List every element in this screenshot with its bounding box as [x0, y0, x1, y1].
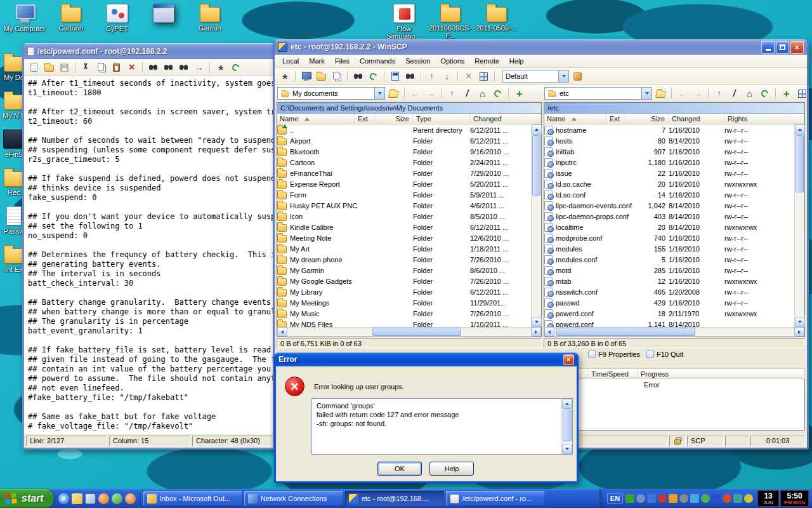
- column-header[interactable]: Name: [277, 114, 355, 124]
- desktop-icon-proxy[interactable]: proxy: [140, 4, 187, 32]
- column-header[interactable]: Size: [625, 114, 669, 124]
- close-button[interactable]: ×: [790, 41, 804, 54]
- file-row[interactable]: My Google Gadgets Folder 7/26/2010 ...: [277, 276, 541, 286]
- scrollbar-thumb[interactable]: [372, 328, 461, 336]
- queue-icon[interactable]: [476, 69, 491, 83]
- tray-network-icon[interactable]: [647, 494, 656, 503]
- desktop-icon-20110609cs[interactable]: 20110609CS-F...: [427, 4, 473, 40]
- separator[interactable]: [705, 86, 711, 100]
- home-directory-icon[interactable]: [475, 86, 490, 100]
- tray-sync-icon[interactable]: [733, 494, 742, 503]
- open-directory-icon[interactable]: [386, 86, 401, 100]
- ok-button[interactable]: OK: [377, 462, 422, 476]
- parent-directory-icon[interactable]: [445, 86, 459, 100]
- scrollbar-thumb[interactable]: [532, 135, 540, 196]
- file-row[interactable]: powerd.conf 1,141 8/14/2010: [544, 319, 804, 327]
- open-directory-icon[interactable]: [653, 86, 668, 100]
- file-row[interactable]: passwd 429 1/16/2010 rw-r--r--: [544, 297, 804, 308]
- separator[interactable]: [506, 86, 511, 100]
- column-header[interactable]: Changed: [669, 114, 724, 124]
- separator[interactable]: [344, 69, 350, 83]
- menu-item[interactable]: Files: [330, 55, 355, 67]
- file-row[interactable]: My Music Folder 7/26/2010 ...: [277, 308, 541, 319]
- separator[interactable]: [438, 86, 444, 100]
- file-row[interactable]: mtab 12 1/16/2010 rwxrwxrwx: [544, 276, 804, 286]
- separator[interactable]: [455, 69, 461, 83]
- home-directory-icon[interactable]: [742, 86, 757, 100]
- vertical-scrollbar[interactable]: [794, 124, 804, 327]
- remote-drive-combo[interactable]: etc: [544, 87, 652, 100]
- tray-display-icon[interactable]: [690, 494, 699, 503]
- root-directory-icon[interactable]: [727, 86, 742, 100]
- tray-update-icon[interactable]: [669, 494, 678, 503]
- desktop-icon-garmin[interactable]: Garmin: [187, 4, 233, 32]
- find-next-icon[interactable]: [161, 60, 176, 74]
- desktop-icon-cartoon[interactable]: Cartoon: [48, 4, 94, 32]
- tray-power-icon[interactable]: [701, 494, 710, 503]
- tray-clock-icon[interactable]: [744, 494, 753, 503]
- column-header[interactable]: Changed: [470, 114, 541, 124]
- file-row[interactable]: Form Folder 5/9/2011 ...: [277, 189, 541, 200]
- scroll-up-icon[interactable]: [562, 399, 572, 409]
- start-button[interactable]: start: [0, 489, 54, 508]
- f9-properties-button[interactable]: F9 Properties: [588, 351, 640, 358]
- tray-date-tile[interactable]: 13 JUN: [757, 490, 779, 507]
- menu-item[interactable]: Local: [277, 55, 304, 67]
- tray-messenger-icon[interactable]: [625, 494, 634, 503]
- file-row[interactable]: My dream phone Folder 7/26/2010 ...: [277, 254, 541, 265]
- combo-dropdown-icon[interactable]: [374, 88, 384, 99]
- refresh-icon[interactable]: [490, 86, 505, 100]
- file-row[interactable]: Expense Report Folder 5/20/2011 ...: [277, 178, 541, 189]
- file-row[interactable]: lipc-daemon-props.conf 403 8/14/2010 rw-…: [544, 211, 804, 222]
- file-row[interactable]: ld.so.conf 14 1/16/2010 rw-r--r--: [544, 189, 804, 200]
- file-row[interactable]: nsswitch.conf 465 1/20/2008 rw-r--r--: [544, 286, 804, 297]
- file-row[interactable]: issue 22 1/16/2010 rw-r--r--: [544, 168, 804, 178]
- scroll-up-icon[interactable]: [532, 124, 542, 135]
- separator[interactable]: [773, 86, 778, 100]
- vertical-scrollbar[interactable]: [531, 124, 541, 327]
- file-row[interactable]: lipc-daemon-events.conf 1,042 8/14/2010 …: [544, 200, 804, 211]
- back-icon[interactable]: [408, 86, 422, 100]
- file-row[interactable]: Cartoon Folder 2/24/2011 ...: [277, 157, 541, 168]
- file-row[interactable]: eFinanceThai Folder 7/29/2010 ...: [277, 168, 541, 178]
- copy-icon[interactable]: [94, 60, 108, 74]
- file-row[interactable]: .. Parent directory 6/12/2011 ...: [277, 124, 541, 135]
- horizontal-scrollbar[interactable]: [544, 327, 804, 337]
- command-console-icon[interactable]: [388, 69, 402, 83]
- vertical-scrollbar[interactable]: [561, 399, 572, 454]
- add-bookmark-icon[interactable]: [779, 86, 794, 100]
- horizontal-scrollbar[interactable]: [277, 327, 541, 337]
- file-row[interactable]: modules.conf 5 1/16/2010 rw-r--r--: [544, 254, 804, 265]
- file-row[interactable]: motd 285 1/16/2010 rw-r--r--: [544, 265, 804, 276]
- taskbar-button-winscp[interactable]: etc - root@192.168....: [345, 491, 444, 506]
- column-header[interactable]: Size: [376, 114, 413, 124]
- queue-column-time-speed[interactable]: Time/Speed: [587, 369, 637, 379]
- saved-sessions-icon[interactable]: [314, 69, 329, 83]
- column-header[interactable]: Name: [544, 114, 606, 124]
- scroll-down-icon[interactable]: [562, 444, 572, 454]
- tray-firewall-icon[interactable]: [723, 494, 731, 503]
- tray-bluetooth-icon[interactable]: [712, 494, 721, 503]
- forward-icon[interactable]: [690, 86, 705, 100]
- add-bookmark-icon[interactable]: [512, 86, 527, 100]
- delete-icon[interactable]: [124, 60, 139, 74]
- back-icon[interactable]: [675, 86, 690, 100]
- file-row[interactable]: Husky PET AUX PNC Folder 4/6/2011 ...: [277, 200, 541, 211]
- dialog-close-button[interactable]: ×: [563, 354, 574, 365]
- remote-path-bar[interactable]: /etc: [544, 103, 804, 114]
- scroll-left-icon[interactable]: [544, 327, 554, 337]
- column-header[interactable]: Ext: [355, 114, 376, 124]
- reload-icon[interactable]: [228, 60, 243, 74]
- scroll-right-icon[interactable]: [531, 327, 541, 337]
- local-path-bar[interactable]: C:\Documents and Settings\ssodsriw\My Do…: [277, 103, 541, 114]
- taskbar-button-outlook[interactable]: Inbox - Microsoft Out...: [143, 491, 242, 506]
- forward-icon[interactable]: [423, 86, 438, 100]
- find-icon[interactable]: [146, 60, 160, 74]
- open-file-icon[interactable]: [42, 60, 56, 74]
- file-row[interactable]: modules 155 1/16/2010 rw-r--r--: [544, 243, 804, 254]
- goto-line-icon[interactable]: [192, 60, 206, 74]
- file-row[interactable]: Bluetooth Folder 9/16/2010 ...: [277, 146, 541, 157]
- file-row[interactable]: My Garmin Folder 8/6/2010 ...: [277, 265, 541, 276]
- winscp-titlebar[interactable]: etc - root@192.168.2.2 - WinSCP ×: [275, 39, 807, 55]
- desktop-icon-my-computer[interactable]: My Computer: [1, 4, 48, 32]
